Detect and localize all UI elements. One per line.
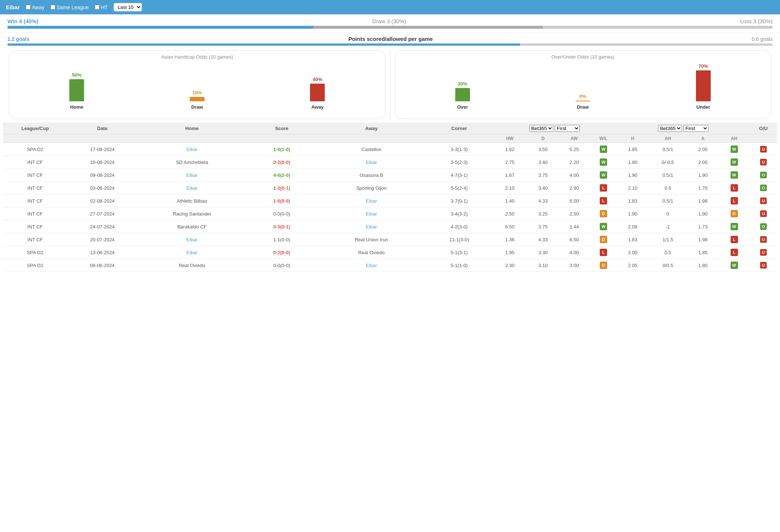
- cell-ah: 0.5/1: [648, 195, 687, 207]
- cell-hw: 1.95: [492, 246, 527, 259]
- cell-hw: 1.40: [492, 195, 527, 207]
- cell-away[interactable]: Eibar: [317, 259, 426, 272]
- goals-left-progress: [7, 43, 520, 46]
- cell-date: 27-07-2024: [67, 207, 137, 220]
- same-league-checkbox-label[interactable]: Same League: [51, 4, 89, 10]
- cell-home[interactable]: Eibar: [137, 143, 247, 156]
- cell-ou: O: [750, 220, 777, 233]
- cell-ah2: W: [718, 169, 750, 182]
- ah-home-bar: 50% Home: [69, 72, 84, 110]
- ah-away-bar-fill: [310, 84, 325, 101]
- cell-league: SPA D2: [3, 246, 67, 259]
- ou-under-pct: 70%: [699, 63, 708, 69]
- cell-ah2: D: [718, 207, 750, 220]
- cell-a: 2.00: [687, 156, 719, 169]
- table-row: SPA D2 17-08-2024 Eibar 1-0(1-0) Castell…: [3, 143, 777, 156]
- cell-wl: W: [590, 156, 617, 169]
- cell-home: SD Amorebieta: [137, 156, 247, 169]
- cell-home[interactable]: Eibar: [137, 182, 247, 195]
- cell-away[interactable]: Eibar: [317, 195, 426, 207]
- cell-ah2: W: [718, 259, 750, 272]
- cell-league: INT CF: [3, 195, 67, 207]
- over-under-bars: 30% Over 0% Draw 70% Under: [403, 66, 764, 110]
- draw-progress: [313, 26, 543, 29]
- right-goals: 0.6 goals: [752, 36, 773, 42]
- th-sub-score: [247, 134, 317, 143]
- cell-away[interactable]: Eibar: [317, 220, 426, 233]
- ou-draw-bar: 0% Draw: [575, 94, 590, 110]
- th-hw: HW: [492, 134, 527, 143]
- ou-under-label: Under: [696, 104, 710, 110]
- cell-hw: 2.10: [492, 182, 527, 195]
- th-h: H: [617, 134, 648, 143]
- cell-hw: 2.75: [492, 156, 527, 169]
- ou-draw-label: Draw: [577, 104, 589, 110]
- summary-bar: Win 4 (40%) Draw 3 (30%) Loss 3 (30%): [0, 14, 780, 26]
- cell-wl: L: [590, 246, 617, 259]
- cell-ou: U: [750, 259, 777, 272]
- cell-hw: 1.36: [492, 233, 527, 246]
- cell-aw: 3.00: [558, 259, 590, 272]
- cell-d: 3.10: [527, 259, 559, 272]
- same-league-checkbox[interactable]: [51, 5, 55, 10]
- cell-ah: 1/1.5: [648, 233, 687, 246]
- cell-ah2: L: [718, 246, 750, 259]
- cell-wl: D: [590, 259, 617, 272]
- cell-score: 1-2(0-1): [247, 182, 317, 195]
- ou-over-bar-fill: [455, 88, 470, 101]
- ou-draw-bar-fill: [575, 101, 590, 101]
- th-sub-away: [317, 134, 426, 143]
- cell-away[interactable]: Eibar: [317, 207, 426, 220]
- ht-checkbox-label[interactable]: HT: [95, 4, 108, 10]
- cell-wl: D: [590, 207, 617, 220]
- cell-date: 09-08-2024: [67, 169, 137, 182]
- first-select-1[interactable]: FirstSecondFull: [555, 125, 580, 132]
- cell-date: 24-07-2024: [67, 220, 137, 233]
- cell-aw: 2.20: [558, 156, 590, 169]
- away-checkbox[interactable]: [26, 5, 31, 10]
- cell-d: 3.50: [527, 143, 559, 156]
- cell-corner: 4-7(3-1): [426, 169, 492, 182]
- filter-select[interactable]: Last 10 Last 20 All: [114, 3, 142, 11]
- cell-ou: U: [750, 143, 777, 156]
- cell-corner: 4-2(3-0): [426, 220, 492, 233]
- cell-wl: W: [590, 169, 617, 182]
- cell-score: 1-1(0-0): [247, 233, 317, 246]
- cell-d: 3.25: [527, 207, 559, 220]
- table-row: INT CF 27-07-2024 Racing Santander 0-0(0…: [3, 207, 777, 220]
- cell-aw: 2.50: [558, 207, 590, 220]
- cell-a: 1.80: [687, 259, 719, 272]
- cell-league: INT CF: [3, 207, 67, 220]
- cell-wl: D: [590, 233, 617, 246]
- bet365-select-1[interactable]: Bet365: [529, 125, 553, 132]
- cell-h: 1.90: [617, 207, 648, 220]
- goals-progress-bar: [7, 43, 773, 46]
- cell-date: 10-08-2024: [67, 156, 137, 169]
- cell-h: 2.05: [617, 259, 648, 272]
- cell-d: 4.33: [527, 233, 559, 246]
- first-select-2[interactable]: FirstSecondFull: [683, 125, 708, 132]
- summary-progress-bar: [7, 26, 773, 29]
- cell-home[interactable]: Eibar: [137, 169, 247, 182]
- cell-date: 20-07-2024: [67, 233, 137, 246]
- ou-over-pct: 30%: [458, 81, 467, 87]
- goals-title: Points scored/allowed per game: [348, 36, 433, 42]
- ou-under-bar: 70% Under: [696, 63, 711, 110]
- cell-away[interactable]: Eibar: [317, 156, 426, 169]
- cell-home: Real Oviedo: [137, 259, 247, 272]
- table-row: INT CF 02-08-2024 Athletic Bilbao 1-0(0-…: [3, 195, 777, 207]
- cell-hw: 2.30: [492, 259, 527, 272]
- cell-h: 1.80: [617, 156, 648, 169]
- cell-hw: 1.62: [492, 143, 527, 156]
- cell-aw: 6.50: [558, 233, 590, 246]
- odds-section: Asian Handicap Odds (10 games) 50% Home …: [7, 50, 773, 119]
- ah-draw-label: Draw: [191, 104, 203, 110]
- cell-hw: 6.50: [492, 220, 527, 233]
- ht-checkbox[interactable]: [95, 5, 100, 10]
- bet365-select-2[interactable]: Bet365: [658, 125, 682, 132]
- cell-home[interactable]: Eibar: [137, 233, 247, 246]
- cell-home: Athletic Bilbao: [137, 195, 247, 207]
- draw-label: Draw 3 (30%): [372, 18, 406, 24]
- cell-home[interactable]: Eibar: [137, 246, 247, 259]
- away-checkbox-label[interactable]: Away: [26, 4, 45, 10]
